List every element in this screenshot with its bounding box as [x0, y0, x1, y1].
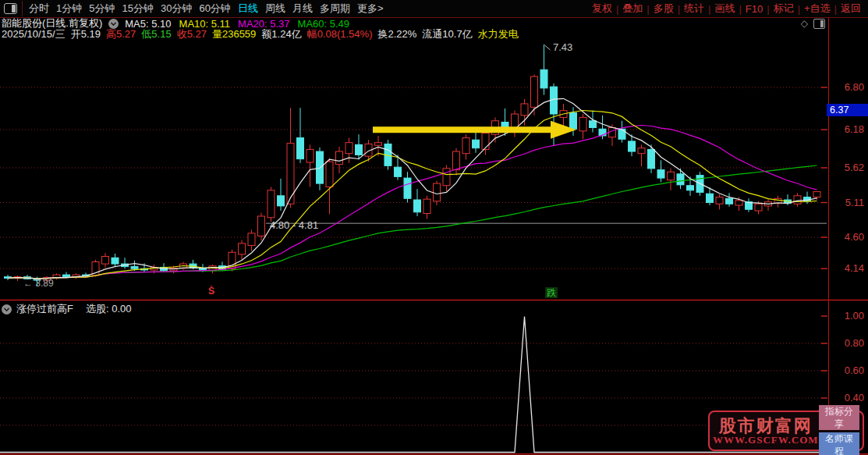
- peak-price-annotation: 7.43: [553, 41, 572, 53]
- indicator-axis-label: 0.40: [831, 393, 864, 403]
- watermark-box: 股市财富网 WWW.GSCFW.COM 指标分享名师课程: [708, 411, 864, 451]
- chart-frame: [0, 18, 868, 454]
- watermark-site-name: 股市财富网: [719, 417, 813, 435]
- watermark-badge-1: 名师课程: [819, 432, 859, 455]
- watermark-url: WWW.GSCFW.COM: [713, 435, 819, 446]
- price-axis-label: 4.14: [831, 263, 864, 274]
- indicator-axis-label: 1.00: [831, 311, 864, 322]
- price-axis-label: 6.18: [831, 124, 864, 135]
- gridlines: [0, 87, 827, 425]
- candlestick-series: [5, 44, 821, 286]
- last-price-marker: 6.37: [827, 104, 868, 116]
- indicator-spike-line: [0, 317, 827, 453]
- indicator-header: 涨停过前高F 选股: 0.00: [2, 302, 131, 316]
- price-axis-label: 4.60: [831, 232, 864, 243]
- support-range-annotation: 4.80 - 4.81: [270, 219, 318, 231]
- price-axis-label: 5.62: [831, 162, 864, 173]
- watermark-badges: 指标分享名师课程: [819, 405, 859, 455]
- price-axis-label: 6.80: [831, 82, 864, 93]
- trend-arrow: [373, 121, 576, 139]
- indicator-name[interactable]: 涨停过前高F: [16, 302, 73, 316]
- stock-app-window: 分时1分钟5分钟15分钟30分钟60分钟日线周线月线多周期更多> 复权|叠加|多…: [0, 0, 868, 455]
- main-chart-canvas[interactable]: [0, 0, 868, 455]
- watermark-text: 股市财富网 WWW.GSCFW.COM: [713, 417, 819, 446]
- price-axis-label: 5.11: [831, 197, 864, 208]
- fall-badge: 跌: [545, 287, 558, 298]
- ex-rights-marker: Ṡ: [208, 286, 214, 297]
- ma-lines: [8, 98, 817, 279]
- peak-pointer-line: [545, 45, 551, 50]
- chevron-down-icon[interactable]: [2, 304, 12, 315]
- indicator-value: 选股: 0.00: [86, 302, 132, 316]
- indicator-axis-label: 0.80: [831, 338, 864, 349]
- low-price-annotation: ← 3.89: [23, 278, 54, 289]
- indicator-axis-label: 0.60: [831, 365, 864, 376]
- watermark-badge-0: 指标分享: [819, 405, 859, 430]
